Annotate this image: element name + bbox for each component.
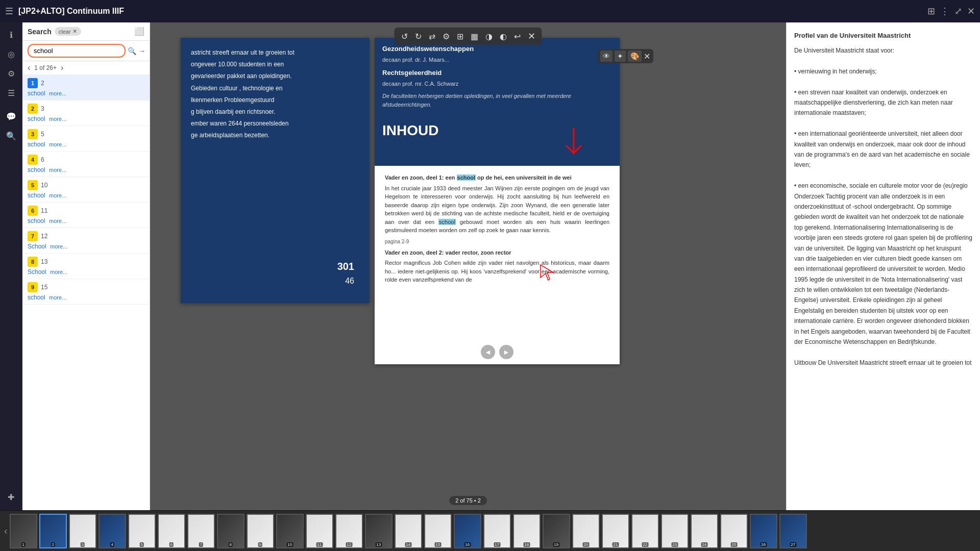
add-icon-btn[interactable]: ✚ [3, 489, 19, 505]
star-btn[interactable]: ✦ [615, 51, 626, 62]
result-school-text: school [28, 141, 45, 148]
export-icon[interactable]: ⬜ [134, 27, 144, 36]
clear-button[interactable]: clear ✕ [55, 27, 81, 36]
thumbnail[interactable]: 7 [187, 514, 215, 548]
search-result-item[interactable]: 9 15 school more... [22, 279, 150, 305]
thumbnail[interactable]: 25 [720, 514, 748, 548]
search-submit-icon[interactable]: 🔍 [128, 47, 136, 55]
thumbnail-nav-left[interactable]: ‹ [4, 525, 8, 537]
close-icon[interactable]: ✕ [967, 6, 975, 17]
palette-btn[interactable]: 🎨 [628, 51, 642, 62]
contrast-left-btn[interactable]: ◐ [497, 30, 509, 43]
result-more[interactable]: more... [49, 218, 66, 224]
search-result-item[interactable]: 3 5 school more... [22, 126, 150, 152]
result-more[interactable]: more... [49, 141, 66, 147]
thumbnail[interactable]: 15 [424, 514, 452, 548]
thumbnail[interactable]: 12 [335, 514, 363, 548]
result-more[interactable]: more... [49, 90, 66, 96]
eye-btn[interactable]: 👁 [600, 51, 612, 62]
thumbnail[interactable]: 2 [39, 514, 67, 548]
search-result-item[interactable]: 7 12 School more... [22, 228, 150, 254]
result-more[interactable]: more... [49, 192, 66, 198]
thumbnail-number: 25 [730, 542, 737, 547]
settings-icon-btn[interactable]: ⚙ [3, 65, 19, 82]
search-prev-button[interactable]: ‹ [28, 63, 30, 72]
thumbnail-number: 5 [139, 542, 143, 547]
result-more[interactable]: more... [49, 167, 66, 173]
result-text: school more... [28, 90, 144, 97]
thumbnail-number: 1 [21, 542, 25, 547]
expand-icon[interactable]: ⤢ [954, 6, 962, 17]
result-more[interactable]: more... [49, 294, 66, 300]
faculty-italic: De faculteiten herbergen dertien opleidi… [382, 92, 612, 109]
thumbnail[interactable]: 23 [661, 514, 689, 548]
flip-btn[interactable]: ⇄ [426, 30, 438, 43]
search-icon-btn[interactable]: 🔍 [3, 128, 19, 144]
rotate-right-btn[interactable]: ↻ [412, 30, 424, 43]
search-result-item[interactable]: 1 2 school more... [22, 75, 150, 101]
thumbnail[interactable]: 20 [572, 514, 600, 548]
search-input[interactable] [28, 44, 126, 58]
rotate-left-btn[interactable]: ↺ [399, 30, 410, 43]
search-result-item[interactable]: 8 13 School more... [22, 254, 150, 279]
toolbar-close-btn[interactable]: ✕ [525, 30, 538, 43]
page-nav-next[interactable]: ► [499, 345, 513, 359]
info-icon-btn[interactable]: ℹ [3, 27, 19, 43]
thumbnail[interactable]: 1 [10, 514, 37, 548]
chat-icon-btn[interactable]: 💬 [3, 108, 19, 124]
school-highlight-2: school [438, 219, 456, 225]
thumbnail[interactable]: 9 [247, 514, 274, 548]
result-school-text: School [28, 243, 46, 250]
thumbnail[interactable]: 3 [69, 514, 96, 548]
thumbnail[interactable]: 14 [395, 514, 422, 548]
hamburger-icon[interactable]: ☰ [5, 6, 13, 17]
contrast-right-btn[interactable]: ◑ [483, 30, 495, 43]
thumbnail[interactable]: 18 [513, 514, 541, 548]
thumbnail[interactable]: 26 [750, 514, 777, 548]
thumbnail[interactable]: 11 [306, 514, 333, 548]
thumbnail[interactable]: 27 [779, 514, 807, 548]
thumbnail[interactable]: 21 [602, 514, 629, 548]
search-forward-icon[interactable]: → [138, 47, 145, 55]
viewer-content: astricht streeft ernaar uit te groeien t… [150, 22, 786, 510]
thumbnail[interactable]: 4 [99, 514, 126, 548]
search-result-item[interactable]: 5 10 school more... [22, 177, 150, 203]
search-next-button[interactable]: › [61, 63, 63, 72]
result-school-text: school [28, 90, 45, 97]
thumbnail[interactable]: 10 [276, 514, 304, 548]
grid-toolbar-btn[interactable]: ⊞ [454, 30, 466, 43]
thumbnail[interactable]: 24 [691, 514, 718, 548]
page-nav-prev[interactable]: ◄ [481, 345, 495, 359]
location-icon-btn[interactable]: ◎ [3, 46, 19, 62]
search-input-row: 🔍 → [22, 41, 150, 61]
menu-icon-btn[interactable]: ☰ [3, 85, 19, 101]
thumbnail[interactable]: 22 [631, 514, 659, 548]
more-icon[interactable]: ⋮ [940, 6, 949, 17]
thumbnail[interactable]: 13 [365, 514, 393, 548]
result-more[interactable]: more... [50, 269, 67, 275]
grid-icon[interactable]: ⊞ [927, 6, 935, 17]
thumbnail[interactable]: 5 [128, 514, 156, 548]
search-result-item[interactable]: 6 11 school more... [22, 203, 150, 228]
search-results: 1 2 school more... 2 3 school more... 3 … [22, 75, 150, 510]
mosaic-btn[interactable]: ▦ [468, 30, 481, 43]
result-more[interactable]: more... [49, 116, 66, 122]
dean2: decaan prof. mr. C.A. Schwarz [382, 80, 612, 88]
result-page-num: 15 [41, 284, 47, 291]
result-page-num: 10 [41, 182, 47, 189]
undo-btn[interactable]: ↩ [511, 30, 523, 43]
red-cursor-annotation [538, 262, 558, 283]
thumbnail[interactable]: 19 [543, 514, 570, 548]
result-more[interactable]: more... [50, 243, 67, 249]
annotation-close-btn[interactable]: ✕ [644, 52, 650, 61]
thumbnail[interactable]: 16 [454, 514, 481, 548]
thumbnail[interactable]: 8 [217, 514, 244, 548]
thumbnail[interactable]: 6 [158, 514, 185, 548]
thumbnail[interactable]: 17 [483, 514, 511, 548]
search-result-item[interactable]: 4 6 school more... [22, 152, 150, 177]
result-school-text: school [28, 294, 45, 301]
search-result-item[interactable]: 2 3 school more... [22, 101, 150, 126]
thumbnail-number: 11 [316, 542, 323, 547]
settings-toolbar-btn[interactable]: ⚙ [440, 30, 452, 43]
result-page-num: 13 [41, 258, 47, 265]
